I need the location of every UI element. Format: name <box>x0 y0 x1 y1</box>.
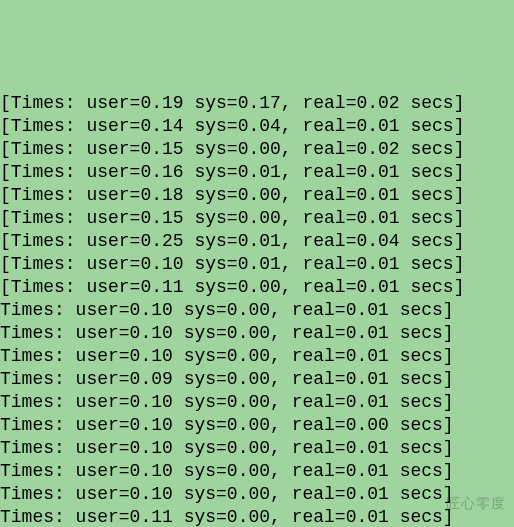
log-line: Times: user=0.09 sys=0.00, real=0.01 sec… <box>0 368 514 391</box>
log-line: Times: user=0.10 sys=0.00, real=0.01 sec… <box>0 437 514 460</box>
log-line: Times: user=0.10 sys=0.00, real=0.01 sec… <box>0 483 514 506</box>
log-line: Times: user=0.10 sys=0.00, real=0.01 sec… <box>0 322 514 345</box>
log-line: [Times: user=0.11 sys=0.00, real=0.01 se… <box>0 276 514 299</box>
log-line: Times: user=0.10 sys=0.00, real=0.00 sec… <box>0 414 514 437</box>
log-line: [Times: user=0.10 sys=0.01, real=0.01 se… <box>0 253 514 276</box>
log-line: Times: user=0.10 sys=0.00, real=0.01 sec… <box>0 460 514 483</box>
log-line: Times: user=0.10 sys=0.00, real=0.01 sec… <box>0 391 514 414</box>
gc-log-output: [Times: user=0.19 sys=0.17, real=0.02 se… <box>0 92 514 527</box>
log-line: [Times: user=0.15 sys=0.00, real=0.01 se… <box>0 207 514 230</box>
log-line: [Times: user=0.14 sys=0.04, real=0.01 se… <box>0 115 514 138</box>
log-line: [Times: user=0.18 sys=0.00, real=0.01 se… <box>0 184 514 207</box>
log-line: [Times: user=0.15 sys=0.00, real=0.02 se… <box>0 138 514 161</box>
log-line: Times: user=0.11 sys=0.00, real=0.01 sec… <box>0 506 514 527</box>
log-line: [Times: user=0.19 sys=0.17, real=0.02 se… <box>0 92 514 115</box>
log-line: Times: user=0.10 sys=0.00, real=0.01 sec… <box>0 299 514 322</box>
log-line: [Times: user=0.25 sys=0.01, real=0.04 se… <box>0 230 514 253</box>
log-line: Times: user=0.10 sys=0.00, real=0.01 sec… <box>0 345 514 368</box>
log-line: [Times: user=0.16 sys=0.01, real=0.01 se… <box>0 161 514 184</box>
